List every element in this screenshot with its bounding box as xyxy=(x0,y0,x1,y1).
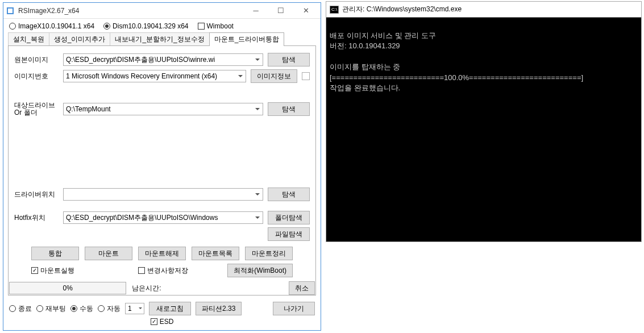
mount-list-button[interactable]: 마운트목록 xyxy=(192,247,239,260)
exit-button[interactable]: 나가기 xyxy=(273,302,315,315)
shutdown-radio[interactable] xyxy=(9,305,16,312)
app-window: RSImageX2.67_x64 ─ ☐ ✕ ImageX10.0.19041.… xyxy=(3,2,321,331)
console-window: C:\ 관리자: C:\Windows\system32\cmd.exe 배포 … xyxy=(326,1,642,242)
tab-export[interactable]: 내보내기_분할하기_정보수정 xyxy=(110,32,209,46)
mount-exec-checkbox[interactable] xyxy=(31,267,38,274)
maximize-button[interactable]: ☐ xyxy=(268,3,293,18)
manual-radio-group[interactable]: 수동 xyxy=(70,304,93,314)
file-browse-button[interactable]: 파일탐색 xyxy=(268,227,310,241)
cmd-icon: C:\ xyxy=(330,6,339,14)
partition-button[interactable]: 파티션2.33 xyxy=(196,302,242,315)
console-body[interactable]: 배포 이미지 서비스 및 관리 도구 버전: 10.0.19041.329 이미… xyxy=(326,18,641,242)
dism-radio-group[interactable]: Dism10.0.19041.329 x64 xyxy=(103,22,188,30)
footer: 0% 남은시간: 취소 종료 재부팅 수동 자동 1 새로고침 xyxy=(3,278,321,330)
toolbar: ImageX10.0.19041.1 x64 Dism10.0.19041.32… xyxy=(3,19,321,32)
save-changes-check[interactable]: 변경사항저장 xyxy=(138,266,188,276)
imagex-radio[interactable] xyxy=(9,23,16,30)
mount-cleanup-button[interactable]: 마운트정리 xyxy=(245,247,293,260)
integrate-button[interactable]: 통합 xyxy=(31,247,79,260)
num-combo[interactable]: 1 xyxy=(125,303,144,314)
driver-browse-button[interactable]: 탐색 xyxy=(268,188,310,201)
tab-install[interactable]: 설치_복원 xyxy=(8,32,49,46)
app-title: RSImageX2.67_x64 xyxy=(18,7,243,15)
folder-browse-button[interactable]: 폴더탐색 xyxy=(268,211,310,224)
window-controls: ─ ☐ ✕ xyxy=(243,3,318,18)
dism-label: Dism10.0.19041.329 x64 xyxy=(113,22,188,30)
target-combo[interactable]: Q:\TempMount xyxy=(63,103,263,115)
hotfix-combo[interactable]: Q:\ESD_decrypt\DISM추출용\UUPtoISO\Windows xyxy=(63,211,263,224)
image-info-checkbox[interactable] xyxy=(302,72,310,80)
source-combo[interactable]: Q:\ESD_decrypt\DISM추출용\UUPtoISO\winre.wi xyxy=(63,53,263,66)
cancel-button[interactable]: 취소 xyxy=(289,281,315,295)
imagex-radio-group[interactable]: ImageX10.0.19041.1 x64 xyxy=(9,22,94,30)
titlebar: RSImageX2.67_x64 ─ ☐ ✕ xyxy=(3,3,321,19)
mount-panel: 원본이미지 Q:\ESD_decrypt\DISM추출용\UUPtoISO\wi… xyxy=(8,45,316,295)
minimize-button[interactable]: ─ xyxy=(243,3,268,18)
esd-label: ESD xyxy=(160,318,174,326)
source-label: 원본이미지 xyxy=(14,55,59,65)
console-line-2: 버전: 10.0.19041.329 xyxy=(330,41,400,50)
auto-radio-group[interactable]: 자동 xyxy=(98,304,121,314)
esd-check[interactable]: ESD xyxy=(151,318,174,326)
source-browse-button[interactable]: 탐색 xyxy=(268,53,310,66)
index-label: 이미지번호 xyxy=(14,72,59,81)
mount-button[interactable]: 마운트 xyxy=(85,247,132,260)
imagex-label: ImageX10.0.19041.1 x64 xyxy=(18,22,94,30)
dism-radio[interactable] xyxy=(103,23,110,30)
auto-radio[interactable] xyxy=(98,305,105,312)
shutdown-radio-group[interactable]: 종료 xyxy=(9,304,32,314)
save-changes-checkbox[interactable] xyxy=(138,267,145,274)
target-browse-button[interactable]: 탐색 xyxy=(268,102,310,116)
tab-create[interactable]: 생성_이미지추가 xyxy=(49,32,111,46)
console-line-5: [==========================100.0%=======… xyxy=(330,73,583,82)
reboot-radio[interactable] xyxy=(36,305,43,312)
progress-bar: 0% xyxy=(9,282,126,294)
refresh-button[interactable]: 새로고침 xyxy=(149,302,191,315)
close-button[interactable]: ✕ xyxy=(293,3,318,18)
driver-combo[interactable] xyxy=(63,188,263,201)
mount-exec-check[interactable]: 마운트실행 xyxy=(31,266,74,276)
wimboot-checkbox[interactable] xyxy=(198,23,205,30)
auto-label: 자동 xyxy=(107,304,121,314)
optimize-button[interactable]: 최적화(WimBoot) xyxy=(227,264,293,277)
manual-radio[interactable] xyxy=(70,305,77,312)
console-line-4: 이미지를 탑재하는 중 xyxy=(330,63,400,71)
image-info-button[interactable]: 이미지정보 xyxy=(251,69,297,83)
svg-rect-1 xyxy=(8,9,13,13)
unmount-button[interactable]: 마운트해제 xyxy=(138,247,186,260)
shutdown-label: 종료 xyxy=(18,304,32,314)
target-label: 대상드라이브 Or 폴더 xyxy=(14,102,59,116)
manual-label: 수동 xyxy=(80,304,93,314)
tab-mount[interactable]: 마운트_드라이버통합 xyxy=(209,32,285,46)
save-changes-label: 변경사항저장 xyxy=(147,266,188,276)
app-icon xyxy=(6,6,15,15)
reboot-label: 재부팅 xyxy=(45,304,66,314)
tabs: 설치_복원 생성_이미지추가 내보내기_분할하기_정보수정 마운트_드라이버통합 xyxy=(3,32,321,46)
index-combo[interactable]: 1 Microsoft Windows Recovery Environment… xyxy=(63,70,246,82)
driver-label: 드라이버위치 xyxy=(14,190,59,199)
reboot-radio-group[interactable]: 재부팅 xyxy=(36,304,66,314)
remaining-label: 남은시간: xyxy=(132,284,161,293)
wimboot-check-group[interactable]: Wimboot xyxy=(198,22,234,30)
console-titlebar: C:\ 관리자: C:\Windows\system32\cmd.exe xyxy=(326,2,641,18)
console-line-6: 작업을 완료했습니다. xyxy=(330,84,400,92)
wimboot-label: Wimboot xyxy=(207,22,234,30)
hotfix-label: Hotfix위치 xyxy=(14,213,59,223)
console-title: 관리자: C:\Windows\system32\cmd.exe xyxy=(342,5,462,14)
mount-exec-label: 마운트실행 xyxy=(40,266,74,276)
esd-checkbox[interactable] xyxy=(151,318,157,325)
console-line-1: 배포 이미지 서비스 및 관리 도구 xyxy=(330,31,436,40)
